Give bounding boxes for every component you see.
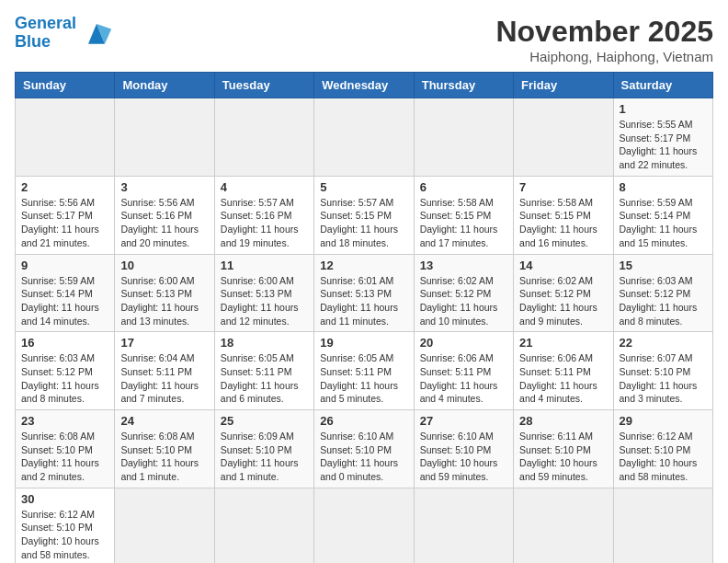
day-number: 1 <box>620 102 707 116</box>
day-number: 9 <box>21 259 108 272</box>
day-info: Sunrise: 6:02 AM Sunset: 5:12 PM Dayligh… <box>519 274 607 328</box>
day-info: Sunrise: 6:09 AM Sunset: 5:10 PM Dayligh… <box>221 430 308 484</box>
day-info: Sunrise: 6:06 AM Sunset: 5:11 PM Dayligh… <box>519 351 607 406</box>
day-number: 21 <box>519 336 607 350</box>
day-number: 5 <box>320 180 407 194</box>
calendar-cell: 10Sunrise: 6:00 AM Sunset: 5:13 PM Dayli… <box>115 254 214 332</box>
calendar-cell <box>613 488 712 563</box>
weekday-header: Tuesday <box>214 73 313 98</box>
calendar-cell: 6Sunrise: 5:58 AM Sunset: 5:15 PM Daylig… <box>414 176 513 254</box>
weekday-header: Friday <box>514 73 613 98</box>
day-info: Sunrise: 6:02 AM Sunset: 5:12 PM Dayligh… <box>420 274 507 328</box>
day-number: 16 <box>21 336 108 350</box>
calendar-subtitle: Haiphong, Haiphong, Vietnam <box>495 49 713 64</box>
day-info: Sunrise: 6:05 AM Sunset: 5:11 PM Dayligh… <box>320 351 407 406</box>
day-number: 8 <box>620 180 707 194</box>
title-area: November 2025 Haiphong, Haiphong, Vietna… <box>495 15 713 64</box>
day-info: Sunrise: 6:06 AM Sunset: 5:11 PM Dayligh… <box>420 351 507 406</box>
page-header: GeneralBlue November 2025 Haiphong, Haip… <box>15 15 713 64</box>
day-info: Sunrise: 6:07 AM Sunset: 5:10 PM Dayligh… <box>620 351 707 406</box>
calendar-week-row: 23Sunrise: 6:08 AM Sunset: 5:10 PM Dayli… <box>16 410 713 488</box>
day-info: Sunrise: 6:12 AM Sunset: 5:10 PM Dayligh… <box>21 508 108 562</box>
calendar-cell: 30Sunrise: 6:12 AM Sunset: 5:10 PM Dayli… <box>16 488 115 563</box>
calendar-cell: 21Sunrise: 6:06 AM Sunset: 5:11 PM Dayli… <box>514 332 613 410</box>
calendar-cell: 14Sunrise: 6:02 AM Sunset: 5:12 PM Dayli… <box>514 254 613 332</box>
day-number: 11 <box>221 259 308 272</box>
calendar-table: SundayMondayTuesdayWednesdayThursdayFrid… <box>15 72 713 563</box>
day-number: 14 <box>519 259 607 272</box>
day-info: Sunrise: 5:55 AM Sunset: 5:17 PM Dayligh… <box>620 118 707 172</box>
calendar-cell: 23Sunrise: 6:08 AM Sunset: 5:10 PM Dayli… <box>16 410 115 488</box>
weekday-header: Thursday <box>414 73 513 98</box>
calendar-cell: 26Sunrise: 6:10 AM Sunset: 5:10 PM Dayli… <box>314 410 414 488</box>
day-info: Sunrise: 6:03 AM Sunset: 5:12 PM Dayligh… <box>620 274 707 328</box>
calendar-cell: 15Sunrise: 6:03 AM Sunset: 5:12 PM Dayli… <box>613 254 712 332</box>
day-number: 24 <box>120 414 208 428</box>
calendar-cell: 12Sunrise: 6:01 AM Sunset: 5:13 PM Dayli… <box>314 254 414 332</box>
day-number: 30 <box>21 492 108 506</box>
day-number: 23 <box>21 414 108 428</box>
logo: GeneralBlue <box>15 15 113 52</box>
calendar-cell: 18Sunrise: 6:05 AM Sunset: 5:11 PM Dayli… <box>214 332 313 410</box>
calendar-cell: 2Sunrise: 5:56 AM Sunset: 5:17 PM Daylig… <box>16 176 115 254</box>
day-number: 27 <box>420 414 507 428</box>
day-info: Sunrise: 5:57 AM Sunset: 5:15 PM Dayligh… <box>320 196 407 250</box>
day-info: Sunrise: 6:01 AM Sunset: 5:13 PM Dayligh… <box>320 274 407 328</box>
day-number: 12 <box>320 259 407 272</box>
calendar-cell <box>214 488 313 563</box>
day-info: Sunrise: 6:10 AM Sunset: 5:10 PM Dayligh… <box>320 430 407 484</box>
calendar-cell: 4Sunrise: 5:57 AM Sunset: 5:16 PM Daylig… <box>214 176 313 254</box>
day-info: Sunrise: 5:58 AM Sunset: 5:15 PM Dayligh… <box>519 196 607 250</box>
calendar-cell <box>514 98 613 177</box>
day-number: 4 <box>221 180 308 194</box>
day-number: 28 <box>519 414 607 428</box>
day-number: 26 <box>320 414 407 428</box>
day-info: Sunrise: 6:11 AM Sunset: 5:10 PM Dayligh… <box>519 430 607 484</box>
day-number: 20 <box>420 336 507 350</box>
day-info: Sunrise: 6:03 AM Sunset: 5:12 PM Dayligh… <box>21 351 108 406</box>
logo-text: GeneralBlue <box>15 15 76 52</box>
day-number: 7 <box>519 180 607 194</box>
calendar-cell <box>214 98 313 177</box>
day-info: Sunrise: 6:08 AM Sunset: 5:10 PM Dayligh… <box>120 430 208 484</box>
day-info: Sunrise: 6:08 AM Sunset: 5:10 PM Dayligh… <box>21 430 108 484</box>
calendar-cell <box>314 98 414 177</box>
calendar-week-row: 9Sunrise: 5:59 AM Sunset: 5:14 PM Daylig… <box>16 254 713 332</box>
calendar-week-row: 1Sunrise: 5:55 AM Sunset: 5:17 PM Daylig… <box>16 98 713 177</box>
day-info: Sunrise: 5:59 AM Sunset: 5:14 PM Dayligh… <box>620 196 707 250</box>
calendar-week-row: 16Sunrise: 6:03 AM Sunset: 5:12 PM Dayli… <box>16 332 713 410</box>
calendar-cell: 29Sunrise: 6:12 AM Sunset: 5:10 PM Dayli… <box>613 410 712 488</box>
calendar-cell <box>414 98 513 177</box>
day-info: Sunrise: 6:00 AM Sunset: 5:13 PM Dayligh… <box>221 274 308 328</box>
calendar-week-row: 2Sunrise: 5:56 AM Sunset: 5:17 PM Daylig… <box>16 176 713 254</box>
calendar-cell: 1Sunrise: 5:55 AM Sunset: 5:17 PM Daylig… <box>613 98 712 177</box>
day-info: Sunrise: 5:56 AM Sunset: 5:16 PM Dayligh… <box>120 196 208 250</box>
logo-general: General <box>15 14 76 32</box>
day-info: Sunrise: 5:57 AM Sunset: 5:16 PM Dayligh… <box>221 196 308 250</box>
day-number: 10 <box>120 259 208 272</box>
calendar-cell: 25Sunrise: 6:09 AM Sunset: 5:10 PM Dayli… <box>214 410 313 488</box>
day-number: 17 <box>120 336 208 350</box>
calendar-cell: 5Sunrise: 5:57 AM Sunset: 5:15 PM Daylig… <box>314 176 414 254</box>
calendar-cell: 19Sunrise: 6:05 AM Sunset: 5:11 PM Dayli… <box>314 332 414 410</box>
day-info: Sunrise: 5:58 AM Sunset: 5:15 PM Dayligh… <box>420 196 507 250</box>
day-number: 6 <box>420 180 507 194</box>
day-number: 29 <box>620 414 707 428</box>
calendar-cell <box>115 488 214 563</box>
calendar-cell <box>314 488 414 563</box>
calendar-cell: 8Sunrise: 5:59 AM Sunset: 5:14 PM Daylig… <box>613 176 712 254</box>
day-number: 19 <box>320 336 407 350</box>
weekday-header: Sunday <box>16 73 115 98</box>
calendar-cell: 20Sunrise: 6:06 AM Sunset: 5:11 PM Dayli… <box>414 332 513 410</box>
calendar-cell: 11Sunrise: 6:00 AM Sunset: 5:13 PM Dayli… <box>214 254 313 332</box>
calendar-week-row: 30Sunrise: 6:12 AM Sunset: 5:10 PM Dayli… <box>16 488 713 563</box>
weekday-header: Wednesday <box>314 73 414 98</box>
weekday-header: Saturday <box>613 73 712 98</box>
day-number: 25 <box>221 414 308 428</box>
calendar-cell: 9Sunrise: 5:59 AM Sunset: 5:14 PM Daylig… <box>16 254 115 332</box>
day-info: Sunrise: 6:10 AM Sunset: 5:10 PM Dayligh… <box>420 430 507 484</box>
day-number: 13 <box>420 259 507 272</box>
calendar-cell: 13Sunrise: 6:02 AM Sunset: 5:12 PM Dayli… <box>414 254 513 332</box>
calendar-cell: 7Sunrise: 5:58 AM Sunset: 5:15 PM Daylig… <box>514 176 613 254</box>
calendar-cell: 27Sunrise: 6:10 AM Sunset: 5:10 PM Dayli… <box>414 410 513 488</box>
